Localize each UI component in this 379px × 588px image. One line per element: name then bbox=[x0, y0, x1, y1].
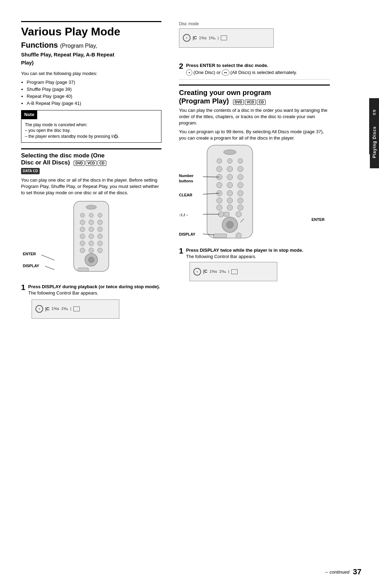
svg-line-24 bbox=[45, 266, 54, 270]
list-item: A-B Repeat Play (page 41) bbox=[27, 100, 161, 107]
svg-point-49 bbox=[236, 211, 241, 217]
title-line1: Various Play Mode bbox=[21, 25, 120, 38]
page-number: 37 bbox=[353, 567, 361, 577]
svg-point-26 bbox=[224, 150, 236, 155]
title-functions: Functions (Program Play, bbox=[21, 41, 97, 49]
svg-point-12 bbox=[89, 234, 94, 239]
svg-point-45 bbox=[217, 205, 222, 210]
section1-title: Selecting the disc mode (One Disc or All… bbox=[21, 152, 161, 167]
svg-point-42 bbox=[217, 198, 222, 203]
svg-point-47 bbox=[238, 205, 243, 210]
badge-datavcd: DATA CD bbox=[21, 168, 40, 174]
svg-rect-48 bbox=[224, 212, 229, 216]
svg-point-32 bbox=[238, 166, 243, 172]
right-column: Disc mode ● |C 1%s 1%₁ | 2 Press ENTER t… bbox=[172, 14, 347, 567]
svg-point-11 bbox=[80, 234, 85, 239]
svg-point-7 bbox=[98, 220, 102, 225]
arrow-icon: → bbox=[324, 569, 328, 575]
step2: 2 Press ENTER to select the disc mode. ●… bbox=[179, 62, 330, 76]
note-content: The play mode is canceled when: – you op… bbox=[21, 119, 161, 142]
svg-point-50 bbox=[218, 211, 224, 217]
svg-point-34 bbox=[227, 174, 233, 180]
step1: 1 Press DISPLAY during playback (or twic… bbox=[21, 284, 161, 296]
step2-text: Press ENTER to select the disc mode. ● (… bbox=[186, 62, 297, 76]
svg-point-40 bbox=[227, 190, 233, 196]
svg-point-44 bbox=[238, 198, 243, 203]
left-column: Various Play Mode Functions (Program Pla… bbox=[4, 14, 172, 567]
remote-large-svg bbox=[193, 143, 267, 242]
note-header: Note bbox=[21, 110, 37, 119]
intro-text: You can set the following play modes: bbox=[21, 70, 161, 77]
svg-point-28 bbox=[227, 158, 232, 163]
svg-point-41 bbox=[238, 190, 243, 196]
svg-point-37 bbox=[227, 182, 233, 188]
disc-icon1: ● bbox=[35, 305, 43, 313]
svg-point-6 bbox=[89, 220, 94, 225]
badge-vcd2: VCD bbox=[245, 100, 256, 105]
remote-small-svg bbox=[63, 200, 119, 277]
svg-point-29 bbox=[238, 158, 243, 163]
svg-point-43 bbox=[227, 198, 233, 203]
disc-mode-label: Disc mode bbox=[179, 21, 330, 27]
svg-point-15 bbox=[89, 241, 94, 246]
subtitle1: Shuffle Play, Repeat Play, A-B Repeat bbox=[21, 51, 161, 58]
remote-small-container: ENTER DISPLAY bbox=[21, 200, 161, 280]
display-bar-left: ● |C 1%s 1%₁ | bbox=[32, 299, 161, 319]
svg-point-36 bbox=[217, 182, 222, 188]
step2-number: 2 bbox=[179, 62, 183, 76]
display-bar-right: ● |C 1%s 1%₁ | bbox=[190, 262, 330, 281]
page-footer: → continued 37 bbox=[324, 567, 361, 577]
svg-point-30 bbox=[217, 166, 222, 172]
svg-point-33 bbox=[217, 174, 222, 180]
svg-point-18 bbox=[89, 248, 94, 253]
list-item: Shuffle Play (page 39) bbox=[27, 86, 161, 93]
arrow-callout: ↑/↓/→ bbox=[179, 212, 189, 218]
list-item: Repeat Play (page 40) bbox=[27, 93, 161, 100]
svg-point-14 bbox=[80, 241, 85, 246]
svg-point-2 bbox=[80, 213, 85, 217]
svg-point-5 bbox=[80, 220, 85, 225]
display-callout-right: DISPLAY bbox=[179, 232, 195, 237]
note-box: Note The play mode is canceled when: – y… bbox=[21, 110, 161, 143]
disc-mode-bar: ● |C 1%s 1%₁ | bbox=[179, 28, 274, 48]
step3: 1 Press DISPLAY twice while the player i… bbox=[179, 247, 330, 260]
svg-point-16 bbox=[98, 241, 102, 246]
svg-point-19 bbox=[98, 248, 102, 253]
subtitle2: Play) bbox=[21, 59, 161, 66]
step1-number: 1 bbox=[21, 284, 25, 296]
bullet-list: Program Play (page 37) Shuffle Play (pag… bbox=[27, 79, 161, 107]
number-buttons-callout: Numberbuttons bbox=[179, 173, 194, 184]
enter-callout: ENTER bbox=[23, 251, 36, 257]
section2-title: Creating your own program (Program Play)… bbox=[179, 85, 330, 105]
list-item: Program Play (page 37) bbox=[27, 79, 161, 86]
svg-point-4 bbox=[98, 213, 102, 217]
remote-large-container: Numberbuttons CLEAR ↑/↓/→ ENTER DISPLAY bbox=[179, 143, 330, 245]
step3-text: Press DISPLAY twice while the player is … bbox=[186, 247, 303, 260]
svg-rect-53 bbox=[213, 234, 227, 238]
svg-point-3 bbox=[89, 213, 93, 217]
svg-point-17 bbox=[80, 248, 85, 253]
badge-vcd: VCD bbox=[86, 161, 97, 166]
badge-dvd: DVD bbox=[74, 161, 85, 166]
svg-point-38 bbox=[238, 182, 243, 188]
section2-body1: You can play the contents of a disc in t… bbox=[179, 107, 330, 127]
svg-point-9 bbox=[89, 227, 94, 232]
svg-point-46 bbox=[227, 205, 233, 210]
svg-point-54 bbox=[236, 233, 241, 238]
svg-point-27 bbox=[217, 158, 222, 163]
enter-callout-right: ENTER bbox=[312, 217, 325, 222]
svg-point-31 bbox=[227, 166, 233, 172]
badge-cd: CD bbox=[98, 161, 106, 166]
svg-point-21 bbox=[88, 257, 94, 263]
playing-discs-tab: Playing Discs bbox=[370, 116, 379, 168]
main-title: Various Play Mode Functions (Program Pla… bbox=[21, 21, 161, 50]
svg-point-1 bbox=[86, 205, 97, 209]
continued-text: → continued bbox=[324, 569, 350, 575]
step3-number: 1 bbox=[179, 247, 183, 260]
disc-mode-section: Disc mode ● |C 1%s 1%₁ | bbox=[179, 21, 330, 58]
step1-text: Press DISPLAY during playback (or twice … bbox=[28, 284, 160, 296]
section1-body: You can play one disc or all of the disc… bbox=[21, 177, 161, 196]
badge-dvd2: DVD bbox=[233, 100, 244, 105]
svg-point-8 bbox=[80, 227, 85, 232]
svg-point-39 bbox=[217, 190, 222, 196]
